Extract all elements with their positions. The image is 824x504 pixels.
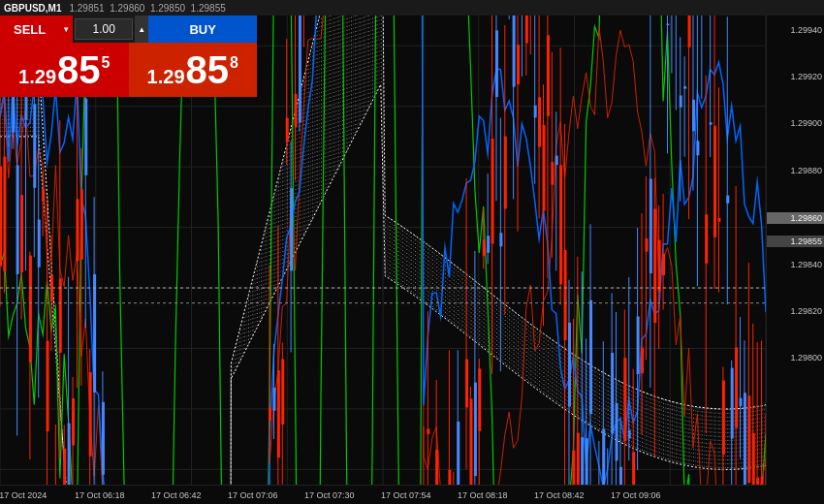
lot-input[interactable]	[75, 18, 133, 40]
price-label-3: 1.29900	[790, 118, 822, 128]
lot-up-button[interactable]: ▲	[135, 16, 148, 43]
current-price-1: 1.29860	[767, 212, 824, 224]
buy-price-tiny: 8	[230, 54, 238, 72]
time-label-1: 17 Oct 06:18	[75, 490, 125, 500]
price-label-2: 1.29920	[790, 72, 822, 81]
price-label-4: 1.29880	[790, 166, 822, 175]
price-buttons: 1.29 85 5 1.29 85 8	[0, 43, 257, 97]
trade-controls: SELL ▼ ▲ BUY	[0, 16, 257, 43]
sell-price-button[interactable]: 1.29 85 5	[0, 43, 129, 97]
chart-container: GBPUSD,M1 1.29851 1.29860 1.29850 1.2985…	[0, 0, 824, 504]
time-label-7: 17 Oct 08:42	[534, 490, 585, 500]
sell-button[interactable]: SELL	[0, 16, 59, 43]
time-axis: 17 Oct 2024 17 Oct 06:18 17 Oct 06:42 17…	[0, 485, 766, 504]
sell-price-small: 1.29	[18, 66, 56, 88]
time-label-2: 17 Oct 06:42	[151, 490, 202, 500]
buy-price-small: 1.29	[147, 66, 185, 88]
buy-price-large: 85	[186, 50, 230, 89]
top-bar: GBPUSD,M1 1.29851 1.29860 1.29850 1.2985…	[0, 0, 824, 16]
corner	[766, 485, 824, 504]
time-label-6: 17 Oct 08:18	[458, 490, 508, 500]
time-label-5: 17 Oct 07:54	[381, 490, 431, 500]
buy-button[interactable]: BUY	[148, 16, 257, 43]
time-label-0: 17 Oct 2024	[0, 490, 47, 500]
sell-arrow-button[interactable]: ▼	[59, 16, 73, 43]
trading-widget: SELL ▼ ▲ BUY 1.29 85 5 1.29 85 8	[0, 16, 257, 97]
price-label-6: 1.29840	[790, 260, 822, 269]
sell-price-tiny: 5	[102, 54, 111, 72]
time-label-3: 17 Oct 07:06	[228, 490, 278, 500]
sell-price-large: 85	[57, 50, 101, 89]
price-label-8: 1.29800	[790, 353, 822, 362]
symbol-info: GBPUSD,M1	[4, 3, 61, 14]
buy-price-display: 1.29 85 8	[147, 50, 238, 89]
current-price-2: 1.29855	[767, 236, 824, 247]
sell-price-display: 1.29 85 5	[18, 50, 110, 89]
buy-price-button[interactable]: 1.29 85 8	[129, 43, 258, 97]
price-axis: 1.29940 1.29920 1.29900 1.29880 1.29840 …	[766, 16, 824, 485]
price-info: 1.29851 1.29860 1.29850 1.29855	[69, 3, 225, 14]
price-label-7: 1.29820	[790, 306, 822, 316]
time-label-4: 17 Oct 07:30	[304, 490, 355, 500]
price-label-1: 1.29940	[790, 25, 822, 35]
time-label-8: 17 Oct 09:06	[611, 490, 661, 500]
